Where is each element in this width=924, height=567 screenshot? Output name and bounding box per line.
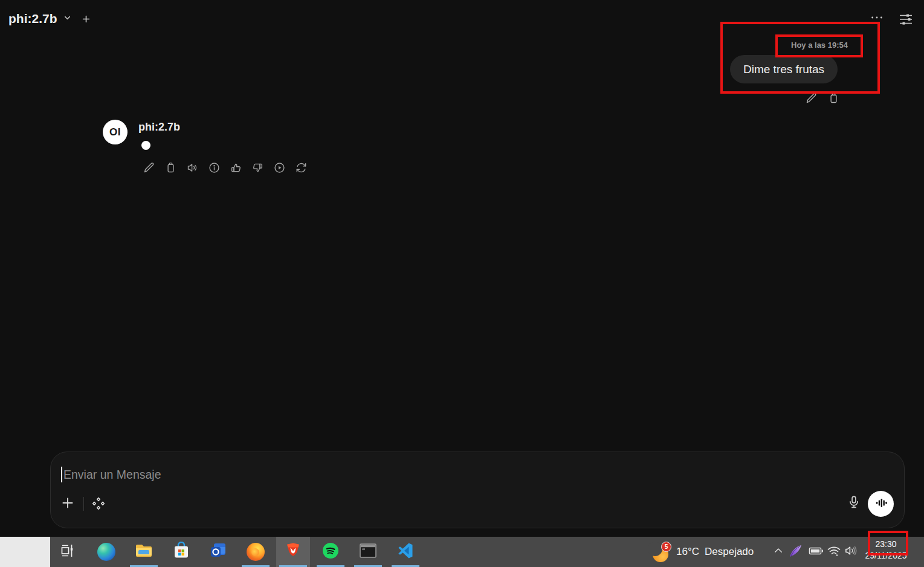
tray-battery-button[interactable]	[808, 537, 824, 567]
assistant-avatar: OI	[103, 120, 128, 144]
message-input[interactable]: Enviar un Mensaje	[63, 468, 161, 482]
edit-message-button[interactable]	[805, 92, 818, 105]
taskbar-brave-button[interactable]	[284, 543, 302, 561]
chat-controls-button[interactable]	[899, 13, 913, 26]
continue-icon	[273, 161, 286, 174]
copy-response-button[interactable]	[164, 161, 177, 174]
taskbar-outlook-button[interactable]	[209, 543, 227, 561]
user-message-bubble: Dime tres frutas	[730, 55, 838, 83]
read-aloud-icon	[186, 161, 199, 174]
pen-icon	[787, 543, 804, 562]
voice-mode-icon	[874, 496, 888, 512]
weather-moon-icon: 5	[651, 542, 671, 562]
plus-icon	[60, 495, 76, 511]
tray-pen-button[interactable]	[787, 537, 804, 567]
model-name: phi:2.7b	[8, 11, 57, 26]
tray-overflow-button[interactable]	[773, 537, 784, 567]
copy-icon	[827, 92, 840, 105]
edit-icon	[143, 161, 155, 174]
thumbs-up-icon	[230, 161, 242, 174]
show-desktop-area[interactable]	[0, 537, 50, 567]
screen: phi:2.7b Hoy a las 19:54 Dime tres fruta…	[0, 0, 924, 567]
taskbar-firefox-button[interactable]	[247, 543, 265, 561]
assistant-model-name: phi:2.7b	[138, 121, 180, 134]
thumbs-down-icon	[251, 161, 264, 174]
clock-date: 29/11/2025	[858, 551, 914, 560]
loading-dot-icon	[141, 141, 150, 150]
continue-response-button[interactable]	[273, 161, 286, 174]
microphone-icon	[846, 494, 862, 510]
taskbar-terminal-button[interactable]	[359, 543, 377, 561]
taskbar-clock[interactable]: 23:30 29/11/2025	[858, 537, 914, 567]
plus-icon	[81, 14, 91, 24]
file-explorer-icon	[135, 542, 153, 562]
chevron-down-icon	[63, 13, 72, 25]
firefox-icon	[247, 543, 265, 561]
thumbs-down-button[interactable]	[251, 161, 264, 174]
model-selector[interactable]: phi:2.7b	[8, 11, 72, 26]
regenerate-button[interactable]	[295, 161, 308, 174]
info-button[interactable]	[208, 161, 221, 174]
edit-response-button[interactable]	[143, 161, 155, 174]
thumbs-up-button[interactable]	[230, 161, 242, 174]
microsoft-store-icon	[172, 542, 190, 562]
tray-volume-button[interactable]	[843, 537, 859, 567]
weather-condition: Despejado	[705, 546, 754, 558]
ellipsis-icon	[870, 13, 884, 22]
taskbar-task-view-button[interactable]	[58, 543, 76, 561]
attach-button[interactable]	[60, 495, 76, 511]
voice-mode-button[interactable]	[868, 491, 894, 517]
new-chat-button[interactable]	[81, 14, 91, 24]
more-options-button[interactable]	[870, 13, 884, 22]
taskbar-file-explorer-button[interactable]	[135, 543, 153, 561]
weather-temperature: 16°C	[676, 546, 699, 558]
copy-icon	[164, 161, 177, 174]
assistant-message-actions	[143, 161, 308, 174]
sliders-icon	[899, 13, 913, 26]
copy-message-button[interactable]	[827, 92, 840, 105]
info-icon	[208, 161, 221, 174]
user-message-timestamp: Hoy a las 19:54	[777, 40, 862, 50]
taskbar-vscode-button[interactable]	[396, 543, 415, 561]
clock-time: 23:30	[858, 539, 914, 549]
brave-icon	[284, 542, 302, 562]
taskbar: 5 16°C Despejado	[0, 537, 924, 567]
read-aloud-button[interactable]	[186, 161, 199, 174]
terminal-icon	[359, 542, 377, 562]
wifi-icon	[827, 543, 841, 560]
tools-icon	[91, 496, 106, 511]
task-view-icon	[58, 542, 76, 562]
edit-icon	[805, 92, 818, 105]
volume-icon	[843, 543, 859, 561]
chevron-up-icon	[773, 545, 784, 559]
user-message-actions	[805, 92, 840, 105]
spotify-icon	[321, 542, 340, 562]
composer: Enviar un Mensaje	[50, 452, 905, 528]
text-cursor	[61, 467, 62, 482]
avatar-text: OI	[109, 126, 121, 138]
tools-button[interactable]	[91, 496, 106, 511]
divider	[83, 497, 84, 511]
tray-wifi-button[interactable]	[827, 537, 841, 567]
taskbar-edge-button[interactable]	[97, 543, 115, 561]
battery-icon	[808, 543, 824, 562]
notification-badge: 5	[661, 542, 671, 552]
edge-icon	[97, 543, 115, 561]
regenerate-icon	[295, 161, 308, 174]
outlook-icon	[209, 542, 227, 562]
vscode-icon	[396, 542, 415, 562]
taskbar-weather-widget[interactable]: 5 16°C Despejado	[651, 537, 754, 567]
user-message-text: Dime tres frutas	[743, 63, 824, 76]
taskbar-microsoft-store-button[interactable]	[172, 543, 190, 561]
taskbar-spotify-button[interactable]	[321, 543, 340, 561]
dictate-button[interactable]	[846, 494, 862, 510]
